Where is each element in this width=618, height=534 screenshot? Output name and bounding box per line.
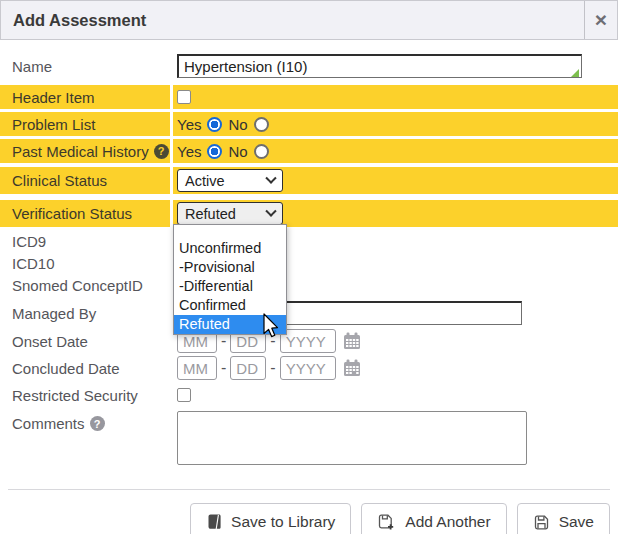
input-resize-grip [571,69,579,77]
onset-date-label: Onset Date [0,333,170,350]
pmh-yes-label: Yes [177,143,201,160]
book-icon [206,514,222,530]
help-icon[interactable]: ? [154,144,169,159]
concluded-day-input[interactable] [230,356,266,380]
add-another-button[interactable]: Add Another [361,503,506,534]
save-icon [533,514,550,531]
verification-status-row: Verification Status Refuted [0,200,618,227]
dropdown-option-differential[interactable]: -Differential [174,277,286,296]
save-to-library-button[interactable]: Save to Library [190,503,351,534]
clinical-status-value: Active [185,173,225,189]
dialog-title: Add Assessment [1,1,584,39]
chevron-down-icon [265,205,276,216]
past-medical-history-row: Past Medical History ? Yes No [0,139,618,163]
add-another-label: Add Another [405,513,490,531]
problem-list-no-label: No [228,116,247,133]
dialog-header: Add Assessment × [0,0,618,40]
verification-status-label: Verification Status [0,200,170,227]
pmh-no-radio[interactable] [254,144,269,159]
save-button[interactable]: Save [517,503,610,534]
save-to-library-label: Save to Library [231,513,335,531]
icd9-row: ICD9 [0,231,618,251]
problem-list-row: Problem List Yes No [0,112,618,136]
problem-list-yes-radio[interactable] [207,117,222,132]
calendar-icon[interactable] [342,358,362,378]
onset-year-input[interactable] [280,329,336,353]
concluded-month-input[interactable] [177,356,217,380]
footer-actions: Save to Library Add Another Save [0,490,618,534]
save-plus-icon [377,513,396,531]
snomed-conceptid-label: Snomed ConceptID [0,277,170,294]
problem-list-yes-label: Yes [177,116,201,133]
restricted-security-checkbox[interactable] [177,388,191,402]
concluded-year-input[interactable] [280,356,336,380]
onset-date-row: Onset Date - - [0,329,618,353]
header-item-row: Header Item [0,85,618,109]
calendar-icon[interactable] [342,331,362,351]
dropdown-option-provisional[interactable]: -Provisional [174,258,286,277]
dropdown-option-unconfirmed[interactable]: Unconfirmed [174,239,286,258]
header-item-checkbox[interactable] [177,90,191,104]
snomed-row: Snomed ConceptID [0,275,618,295]
add-assessment-dialog: Add Assessment × Name Header Item Proble… [0,0,618,534]
restricted-security-row: Restricted Security [0,383,618,407]
dropdown-option-blank[interactable] [174,225,286,239]
managed-by-row: Managed By [0,301,618,325]
icd9-label: ICD9 [0,233,170,250]
icd10-row: ICD10 [0,253,618,273]
clinical-status-row: Clinical Status Active [0,167,618,194]
clinical-status-select[interactable]: Active [177,169,283,192]
comments-label: Comments [12,415,85,432]
comments-row: Comments ? [0,411,618,465]
assessment-form: Name Header Item Problem List Yes No [0,40,618,534]
problem-list-label: Problem List [0,112,170,136]
date-separator: - [270,359,275,377]
verification-status-value: Refuted [185,206,236,222]
verification-status-select[interactable]: Refuted [177,202,283,225]
close-button[interactable]: × [584,1,617,39]
help-icon[interactable]: ? [90,416,105,431]
clinical-status-label: Clinical Status [0,167,170,194]
managed-by-label: Managed By [0,305,170,322]
name-input[interactable] [177,54,582,78]
close-icon: × [595,9,607,30]
pmh-no-label: No [228,143,247,160]
save-label: Save [559,513,594,531]
dropdown-option-refuted[interactable]: Refuted [174,315,286,334]
concluded-date-label: Concluded Date [0,360,170,377]
problem-list-no-radio[interactable] [254,117,269,132]
verification-status-dropdown: Unconfirmed -Provisional -Differential C… [173,224,287,335]
concluded-date-row: Concluded Date - - [0,356,618,380]
icd10-label: ICD10 [0,255,170,272]
restricted-security-label: Restricted Security [0,387,170,404]
chevron-down-icon [265,172,276,183]
date-separator: - [221,359,226,377]
comments-textarea[interactable] [177,411,527,465]
name-row: Name [0,54,618,78]
header-item-label: Header Item [0,85,170,109]
name-label: Name [0,58,170,75]
pmh-yes-radio[interactable] [207,144,222,159]
dropdown-option-confirmed[interactable]: Confirmed [174,296,286,315]
past-medical-history-label: Past Medical History [12,143,149,160]
